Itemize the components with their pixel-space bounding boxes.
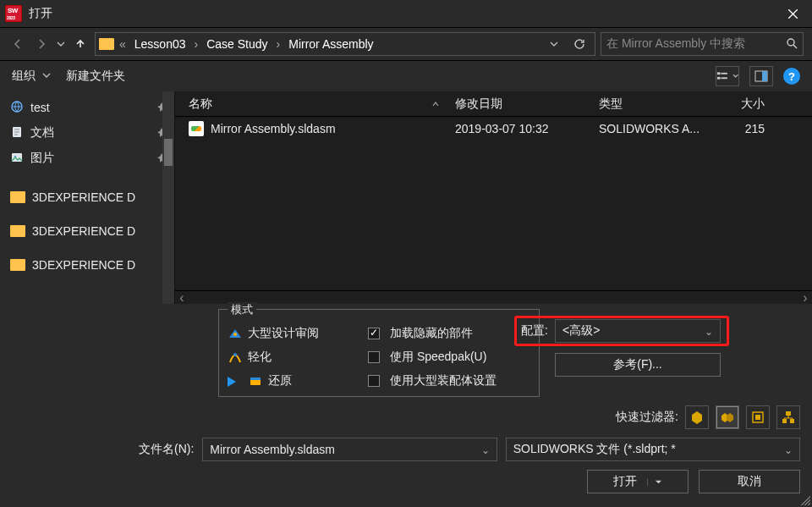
nav-history-drop[interactable] — [56, 40, 66, 48]
sidebar-item-3dexp-0[interactable]: 3DEXPERIENCE D — [10, 185, 174, 210]
svg-rect-2 — [721, 73, 727, 74]
filename-input[interactable]: Mirror Assembly.sldasm ⌄ — [202, 438, 497, 461]
scroll-right-icon[interactable]: › — [798, 290, 812, 306]
sidebar-item-label: test — [30, 101, 50, 114]
dialog-actions: 打开 取消 — [587, 470, 800, 493]
filter-assemblies-button[interactable] — [716, 405, 739, 429]
file-row[interactable]: Mirror Assembly.sldasm 2019-03-07 10:32 … — [175, 117, 812, 141]
svg-point-11 — [233, 333, 237, 336]
chevron-down-icon: ⌄ — [784, 444, 793, 456]
file-size: 215 — [726, 122, 776, 135]
filter-drawings-button[interactable] — [746, 405, 770, 429]
svg-rect-4 — [721, 77, 727, 79]
mode-groupbox: 模式 大型设计审阅 轻化 — [218, 309, 540, 397]
sidebar-item-test[interactable]: test — [10, 95, 174, 120]
col-date[interactable]: 修改日期 — [455, 96, 599, 112]
address-dropdown[interactable] — [542, 32, 566, 56]
assembly-file-icon — [189, 121, 204, 136]
checkbox-icon — [368, 375, 380, 387]
filter-toplevel-button[interactable] — [776, 405, 800, 429]
cancel-button[interactable]: 取消 — [699, 470, 800, 493]
checkbox-icon — [368, 328, 380, 339]
config-label: 配置: — [521, 323, 548, 339]
check-load-hidden[interactable]: 加载隐藏的部件 — [368, 322, 497, 345]
checkbox-icon — [368, 351, 380, 363]
folder-icon — [10, 259, 25, 271]
lightweight-icon — [228, 350, 243, 365]
sort-indicator-icon — [431, 97, 440, 111]
selected-arrow-icon — [228, 375, 239, 387]
preview-pane-button[interactable] — [749, 66, 773, 86]
filetype-select[interactable]: SOLIDWORKS 文件 (*.sldprt; * ⌄ — [506, 438, 800, 461]
search-placeholder: 在 Mirror Assembly 中搜索 — [606, 36, 745, 52]
file-list: 名称 修改日期 类型 大小 Mirror Assembly.sldasm 201… — [175, 91, 812, 304]
sidebar-item-3dexp-2[interactable]: 3DEXPERIENCE D — [10, 252, 174, 278]
nav-row: « Lesson03 › Case Study › Mirror Assembl… — [0, 27, 812, 61]
close-button[interactable] — [773, 0, 812, 27]
nav-forward[interactable] — [32, 35, 51, 53]
svg-rect-3 — [717, 77, 721, 80]
col-name[interactable]: 名称 — [189, 96, 212, 112]
nav-back[interactable] — [8, 35, 27, 53]
config-select[interactable]: <高级> ⌄ — [555, 319, 721, 343]
sidebar-scrollbar[interactable] — [162, 91, 174, 304]
breadcrumb-0[interactable]: Lesson03 — [131, 37, 189, 51]
quick-filter-label: 快速过滤器: — [616, 410, 678, 425]
filetype-value: SOLIDWORKS 文件 (*.sldprt; * — [513, 442, 676, 457]
file-type: SOLIDWORKS A... — [599, 122, 726, 135]
horizontal-scrollbar[interactable]: ‹ › — [175, 290, 812, 304]
folder-icon — [99, 38, 114, 50]
filename-value: Mirror Assembly.sldasm — [210, 443, 335, 456]
svg-rect-14 — [250, 377, 261, 380]
filter-parts-button[interactable] — [685, 405, 709, 429]
check-large-asm[interactable]: 使用大型装配体设置 — [368, 369, 497, 393]
col-type[interactable]: 类型 — [599, 96, 726, 112]
breadcrumb-1[interactable]: Case Study — [203, 37, 271, 51]
titlebar: 打开 — [0, 0, 812, 27]
mode-resolved[interactable]: 还原 — [228, 369, 363, 393]
folder-icon — [10, 191, 25, 203]
sidebar-item-label: 3DEXPERIENCE D — [32, 258, 135, 272]
svg-rect-6 — [762, 71, 767, 81]
search-input[interactable]: 在 Mirror Assembly 中搜索 — [601, 32, 804, 56]
scroll-left-icon[interactable]: ‹ — [175, 290, 189, 306]
sidebar-item-label: 3DEXPERIENCE D — [32, 190, 135, 204]
sidebar-item-documents[interactable]: 文档 — [10, 120, 174, 146]
sidebar-item-3dexp-1[interactable]: 3DEXPERIENCE D — [10, 218, 174, 244]
open-button[interactable]: 打开 — [587, 470, 689, 493]
address-bar[interactable]: « Lesson03 › Case Study › Mirror Assembl… — [95, 32, 595, 56]
sidebar: test 文档 图片 — [0, 91, 175, 304]
svg-point-12 — [233, 353, 237, 356]
svg-rect-16 — [755, 415, 760, 420]
view-options-button[interactable] — [716, 66, 739, 86]
col-size[interactable]: 大小 — [726, 96, 776, 112]
svg-point-0 — [787, 39, 794, 46]
references-button[interactable]: 参考(F)... — [555, 353, 721, 377]
window-title: 打开 — [29, 6, 52, 21]
open-split-dropdown[interactable] — [647, 478, 662, 486]
svg-rect-17 — [786, 411, 791, 416]
nav-up[interactable] — [71, 35, 90, 53]
file-name: Mirror Assembly.sldasm — [211, 122, 455, 135]
svg-rect-19 — [790, 419, 794, 423]
organize-menu[interactable]: 组织 — [12, 69, 51, 84]
config-area: 配置: <高级> ⌄ 参考(F)... — [555, 319, 721, 377]
open-dialog: 打开 « Lesson03 › Case Study › Mirror Asse… — [0, 0, 812, 507]
svg-rect-18 — [782, 419, 787, 423]
mode-lightweight[interactable]: 轻化 — [228, 345, 363, 369]
resize-grip[interactable] — [798, 493, 810, 505]
folder-icon — [10, 225, 25, 237]
refresh-button[interactable] — [568, 32, 591, 56]
app-icon — [5, 5, 22, 22]
breadcrumb-2[interactable]: Mirror Assembly — [285, 37, 376, 51]
sidebar-item-pictures[interactable]: 图片 — [10, 146, 174, 171]
check-speedpak[interactable]: 使用 Speedpak(U) — [368, 345, 497, 369]
help-button[interactable]: ? — [783, 68, 800, 85]
column-headers[interactable]: 名称 修改日期 类型 大小 — [175, 91, 812, 117]
mode-large-design[interactable]: 大型设计审阅 — [228, 322, 363, 345]
mode-legend: 模式 — [228, 302, 256, 317]
new-folder-button[interactable]: 新建文件夹 — [66, 69, 125, 84]
document-icon — [10, 125, 24, 141]
sidebar-item-label: 图片 — [30, 151, 54, 166]
svg-rect-1 — [717, 72, 721, 74]
